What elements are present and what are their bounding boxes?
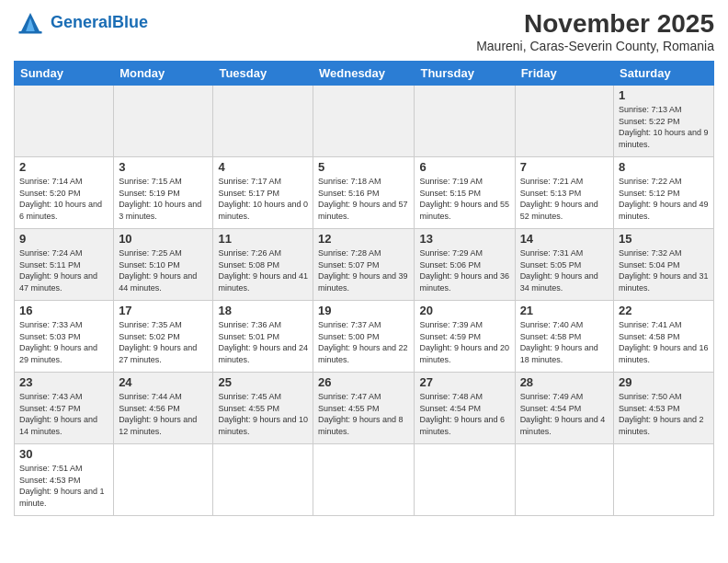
calendar-cell [114,444,213,516]
calendar-week-row: 16Sunrise: 7:33 AM Sunset: 5:03 PM Dayli… [15,301,714,373]
logo: GeneralBlue [14,9,148,35]
day-number: 12 [318,232,409,246]
col-friday: Friday [515,62,613,86]
day-info: Sunrise: 7:51 AM Sunset: 4:53 PM Dayligh… [19,463,108,509]
header: GeneralBlue November 2025 Maureni, Caras… [14,9,714,53]
calendar-cell: 16Sunrise: 7:33 AM Sunset: 5:03 PM Dayli… [15,301,114,373]
day-number: 5 [318,160,409,174]
col-thursday: Thursday [415,62,515,86]
day-number: 18 [218,304,308,317]
day-number: 26 [318,375,409,389]
day-number: 16 [19,304,108,317]
calendar-cell: 22Sunrise: 7:41 AM Sunset: 4:58 PM Dayli… [614,301,714,373]
page: GeneralBlue November 2025 Maureni, Caras… [0,0,728,563]
day-info: Sunrise: 7:44 AM Sunset: 4:56 PM Dayligh… [119,391,208,437]
day-info: Sunrise: 7:45 AM Sunset: 4:55 PM Dayligh… [218,391,308,437]
day-number: 7 [520,160,609,174]
day-number: 28 [520,375,609,389]
calendar-cell [213,86,313,157]
calendar-week-row: 23Sunrise: 7:43 AM Sunset: 4:57 PM Dayli… [15,373,714,444]
calendar-cell [515,86,613,157]
day-number: 25 [218,375,308,389]
col-wednesday: Wednesday [313,62,415,86]
day-info: Sunrise: 7:35 AM Sunset: 5:02 PM Dayligh… [119,319,208,365]
logo-general: General [51,13,112,31]
calendar-cell: 9Sunrise: 7:24 AM Sunset: 5:11 PM Daylig… [15,229,114,301]
calendar-week-row: 2Sunrise: 7:14 AM Sunset: 5:20 PM Daylig… [15,157,714,229]
calendar-cell [213,444,313,516]
calendar-week-row: 9Sunrise: 7:24 AM Sunset: 5:11 PM Daylig… [15,229,714,301]
day-number: 17 [119,304,208,317]
day-number: 14 [520,232,609,246]
calendar-cell: 24Sunrise: 7:44 AM Sunset: 4:56 PM Dayli… [114,373,213,444]
day-number: 19 [318,304,409,317]
day-number: 15 [619,232,709,246]
day-info: Sunrise: 7:13 AM Sunset: 5:22 PM Dayligh… [619,104,709,150]
month-title: November 2025 [476,9,714,39]
calendar-table: Sunday Monday Tuesday Wednesday Thursday… [14,61,714,516]
col-monday: Monday [114,62,213,86]
day-info: Sunrise: 7:25 AM Sunset: 5:10 PM Dayligh… [119,247,208,293]
calendar-cell: 18Sunrise: 7:36 AM Sunset: 5:01 PM Dayli… [213,301,313,373]
day-number: 22 [619,304,709,317]
day-info: Sunrise: 7:40 AM Sunset: 4:58 PM Dayligh… [520,319,609,365]
day-number: 30 [19,447,108,461]
day-number: 13 [419,232,509,246]
calendar-cell [515,444,613,516]
location: Maureni, Caras-Severin County, Romania [476,39,714,53]
logo-blue: Blue [112,13,148,31]
day-info: Sunrise: 7:43 AM Sunset: 4:57 PM Dayligh… [19,391,108,437]
calendar-week-row: 30Sunrise: 7:51 AM Sunset: 4:53 PM Dayli… [15,444,714,516]
day-info: Sunrise: 7:22 AM Sunset: 5:12 PM Dayligh… [619,176,709,222]
calendar-cell: 30Sunrise: 7:51 AM Sunset: 4:53 PM Dayli… [15,444,114,516]
calendar-cell: 21Sunrise: 7:40 AM Sunset: 4:58 PM Dayli… [515,301,613,373]
calendar-cell: 14Sunrise: 7:31 AM Sunset: 5:05 PM Dayli… [515,229,613,301]
day-number: 4 [218,160,308,174]
day-number: 2 [19,160,108,174]
day-number: 8 [619,160,709,174]
day-info: Sunrise: 7:29 AM Sunset: 5:06 PM Dayligh… [419,247,509,293]
calendar-cell [614,444,714,516]
day-number: 1 [619,88,709,102]
day-info: Sunrise: 7:41 AM Sunset: 4:58 PM Dayligh… [619,319,709,365]
day-number: 3 [119,160,208,174]
calendar-cell: 2Sunrise: 7:14 AM Sunset: 5:20 PM Daylig… [15,157,114,229]
calendar-cell: 27Sunrise: 7:48 AM Sunset: 4:54 PM Dayli… [415,373,515,444]
calendar-week-row: 1Sunrise: 7:13 AM Sunset: 5:22 PM Daylig… [15,86,714,157]
day-number: 21 [520,304,609,317]
calendar-cell: 20Sunrise: 7:39 AM Sunset: 4:59 PM Dayli… [415,301,515,373]
calendar-cell: 3Sunrise: 7:15 AM Sunset: 5:19 PM Daylig… [114,157,213,229]
calendar-cell: 8Sunrise: 7:22 AM Sunset: 5:12 PM Daylig… [614,157,714,229]
calendar-cell [415,86,515,157]
calendar-cell: 17Sunrise: 7:35 AM Sunset: 5:02 PM Dayli… [114,301,213,373]
day-info: Sunrise: 7:19 AM Sunset: 5:15 PM Dayligh… [419,176,509,222]
calendar-cell: 19Sunrise: 7:37 AM Sunset: 5:00 PM Dayli… [313,301,415,373]
day-info: Sunrise: 7:37 AM Sunset: 5:00 PM Dayligh… [318,319,409,365]
day-number: 27 [419,375,509,389]
svg-rect-2 [18,31,41,34]
day-info: Sunrise: 7:31 AM Sunset: 5:05 PM Dayligh… [520,247,609,293]
day-number: 29 [619,375,709,389]
day-info: Sunrise: 7:15 AM Sunset: 5:19 PM Dayligh… [119,176,208,222]
title-section: November 2025 Maureni, Caras-Severin Cou… [476,9,714,53]
day-number: 23 [19,375,108,389]
day-number: 6 [419,160,509,174]
day-number: 9 [19,232,108,246]
calendar-cell [313,444,415,516]
day-number: 10 [119,232,208,246]
day-info: Sunrise: 7:36 AM Sunset: 5:01 PM Dayligh… [218,319,308,365]
calendar-cell [15,86,114,157]
day-info: Sunrise: 7:24 AM Sunset: 5:11 PM Dayligh… [19,247,108,293]
day-info: Sunrise: 7:49 AM Sunset: 4:54 PM Dayligh… [520,391,609,437]
calendar-header-row: Sunday Monday Tuesday Wednesday Thursday… [15,62,714,86]
day-info: Sunrise: 7:18 AM Sunset: 5:16 PM Dayligh… [318,176,409,222]
calendar-cell: 26Sunrise: 7:47 AM Sunset: 4:55 PM Dayli… [313,373,415,444]
calendar-cell: 7Sunrise: 7:21 AM Sunset: 5:13 PM Daylig… [515,157,613,229]
calendar-cell: 15Sunrise: 7:32 AM Sunset: 5:04 PM Dayli… [614,229,714,301]
calendar-cell: 6Sunrise: 7:19 AM Sunset: 5:15 PM Daylig… [415,157,515,229]
calendar-cell: 5Sunrise: 7:18 AM Sunset: 5:16 PM Daylig… [313,157,415,229]
day-info: Sunrise: 7:48 AM Sunset: 4:54 PM Dayligh… [419,391,509,437]
day-info: Sunrise: 7:14 AM Sunset: 5:20 PM Dayligh… [19,176,108,222]
calendar-cell: 28Sunrise: 7:49 AM Sunset: 4:54 PM Dayli… [515,373,613,444]
calendar-cell: 13Sunrise: 7:29 AM Sunset: 5:06 PM Dayli… [415,229,515,301]
